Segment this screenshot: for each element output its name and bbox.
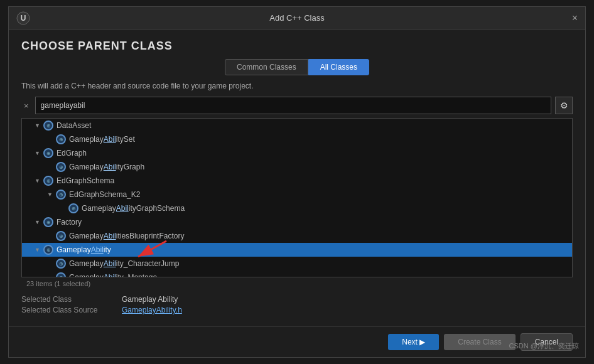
class-icon: ⊕: [43, 120, 53, 131]
tree-item-dataset[interactable]: ▼ ⊕ DataAsset: [22, 119, 572, 132]
watermark: CSDN @浮沉、奕迁琼: [509, 341, 579, 351]
next-button[interactable]: Next ▶: [388, 334, 439, 350]
item-label: GameplayAbilityGraph: [69, 163, 144, 171]
title-bar: U Add C++ Class ×: [9, 7, 585, 29]
expand-arrow: ▼: [35, 178, 43, 184]
class-icon: ⊕: [68, 203, 78, 213]
tab-row: Common Classes All Classes: [21, 59, 573, 75]
item-label: EdGraphSchema: [57, 176, 114, 185]
subtitle: This will add a C++ header and source co…: [21, 82, 573, 90]
tree-item-factory[interactable]: ▼ ⊕ Factory: [22, 215, 572, 229]
tree-item-gameplayabilityset[interactable]: ⊕ GameplayAbilitySet: [22, 132, 572, 146]
search-input[interactable]: [35, 97, 551, 114]
expand-arrow: ▼: [35, 122, 43, 129]
item-label: EdGraph: [57, 149, 87, 158]
item-label: GameplayAbilitySet: [69, 135, 135, 144]
tab-common-classes[interactable]: Common Classes: [225, 59, 308, 75]
dialog-title: Add C++ Class: [269, 13, 324, 23]
tree-item-gameplayability-montage[interactable]: ⊕ GameplayAbility_Montage: [22, 270, 572, 277]
class-icon: ⊕: [43, 245, 53, 255]
selected-class-row: Selected Class Gameplay Ability: [21, 295, 573, 304]
class-tree[interactable]: ▼ ⊕ DataAsset ⊕ GameplayAbilitySet ▼ ⊕ E…: [21, 118, 573, 277]
section-title: CHOOSE PARENT CLASS: [21, 40, 573, 53]
selected-class-source-label: Selected Class Source: [21, 306, 122, 314]
item-label: GameplayAbility_CharacterJump: [69, 259, 179, 268]
tree-item-gameplayabilitygraph[interactable]: ⊕ GameplayAbilityGraph: [22, 160, 572, 174]
tree-item-gameplayabilitiesblueprintfactory[interactable]: ⊕ GameplayAbilitiesBlueprintFactory: [22, 229, 572, 243]
info-section: Selected Class Gameplay Ability Selected…: [21, 290, 573, 319]
tree-item-gameplayability[interactable]: ▼ ⊕ GameplayAbility: [22, 243, 572, 257]
item-label: Factory: [57, 218, 82, 227]
item-label: GameplayAbilityGraphSchema: [82, 204, 185, 213]
close-button[interactable]: ×: [572, 13, 578, 23]
dialog: U Add C++ Class × CHOOSE PARENT CLASS Co…: [8, 6, 586, 358]
item-label: DataAsset: [57, 121, 91, 130]
selected-class-source-value[interactable]: GameplayAbility.h: [122, 306, 182, 314]
item-label: GameplayAbility_Montage: [69, 273, 157, 277]
expand-arrow: ▼: [47, 191, 56, 198]
class-icon: ⊕: [56, 162, 66, 172]
expand-arrow: ▼: [35, 150, 43, 156]
create-class-button[interactable]: Create Class: [444, 334, 515, 350]
unreal-logo: U: [16, 11, 30, 25]
class-icon: ⊕: [56, 272, 66, 277]
class-icon: ⊕: [56, 231, 66, 241]
dialog-footer: Next ▶ Create Class Cancel: [9, 326, 585, 357]
selected-class-value: Gameplay Ability: [122, 295, 178, 304]
class-icon: ⊕: [56, 259, 66, 269]
tree-item-gameplayabilitygraphschema[interactable]: ⊕ GameplayAbilityGraphSchema: [22, 201, 572, 215]
svg-text:U: U: [21, 14, 26, 23]
selected-class-source-row: Selected Class Source GameplayAbility.h: [21, 306, 573, 314]
tree-item-edgraphschema[interactable]: ▼ ⊕ EdGraphSchema: [22, 174, 572, 188]
selected-class-label: Selected Class: [21, 295, 122, 304]
expand-arrow: ▼: [35, 247, 43, 253]
tree-item-gameplayability-characterjump[interactable]: ⊕ GameplayAbility_CharacterJump: [22, 257, 572, 270]
settings-button[interactable]: ⚙: [555, 97, 573, 114]
class-icon: ⊕: [43, 148, 53, 158]
item-label: EdGraphSchema_K2: [69, 190, 140, 199]
dialog-content: CHOOSE PARENT CLASS Common Classes All C…: [9, 29, 585, 326]
search-row: × ⚙: [21, 97, 573, 114]
class-icon: ⊕: [56, 134, 66, 144]
tree-item-edgraphschemak2[interactable]: ▼ ⊕ EdGraphSchema_K2: [22, 188, 572, 201]
expand-arrow: ▼: [35, 219, 43, 225]
tab-all-classes[interactable]: All Classes: [308, 59, 369, 75]
class-icon: ⊕: [56, 190, 66, 200]
tree-item-edgraph[interactable]: ▼ ⊕ EdGraph: [22, 146, 572, 160]
item-label: GameplayAbilitiesBlueprintFactory: [69, 232, 184, 240]
item-count: 23 items (1 selected): [21, 277, 573, 290]
item-label: GameplayAbility: [57, 245, 111, 254]
clear-search-button[interactable]: ×: [21, 101, 31, 110]
class-icon: ⊕: [43, 176, 53, 186]
class-icon: ⊕: [43, 217, 53, 227]
